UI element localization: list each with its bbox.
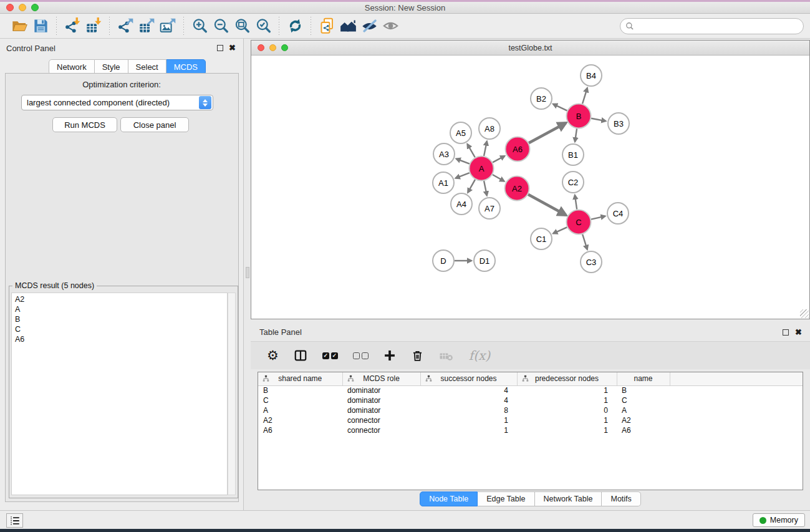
open-file-icon[interactable] bbox=[9, 16, 30, 36]
table-row[interactable]: Adominator80A bbox=[258, 405, 803, 415]
graph-edge-A6-B[interactable] bbox=[529, 123, 566, 143]
mcds-result-item[interactable]: A bbox=[12, 304, 227, 314]
tab-node-table[interactable]: Node Table bbox=[420, 491, 478, 506]
table-cell[interactable]: A bbox=[258, 405, 342, 415]
graph-node-A8[interactable]: A8 bbox=[479, 118, 500, 139]
table-cell[interactable]: 1 bbox=[517, 425, 617, 435]
graph-node-A3[interactable]: A3 bbox=[433, 143, 455, 165]
tab-edge-table[interactable]: Edge Table bbox=[478, 491, 534, 506]
graph-edge-A-A8[interactable] bbox=[484, 142, 487, 156]
delete-column-trash-icon[interactable] bbox=[411, 349, 424, 362]
add-column-icon[interactable] bbox=[383, 349, 396, 362]
table-cell[interactable]: C bbox=[617, 395, 670, 405]
table-cell[interactable]: A6 bbox=[617, 425, 670, 435]
column-header-shared-name[interactable]: shared name bbox=[258, 372, 342, 385]
network-window-titlebar[interactable]: testGlobe.txt bbox=[251, 41, 809, 56]
close-panel-icon[interactable]: ✖ bbox=[229, 43, 236, 52]
zoom-in-icon[interactable] bbox=[189, 16, 210, 36]
column-header-name[interactable]: name bbox=[617, 372, 670, 385]
graph-edge-A-A3[interactable] bbox=[456, 159, 470, 164]
graph-edge-A-A7[interactable] bbox=[484, 181, 487, 195]
close-table-panel-icon[interactable]: ✖ bbox=[795, 327, 802, 337]
table-cell[interactable]: 4 bbox=[420, 385, 517, 395]
network-graph[interactable]: AA1A2A3A4A5A6A7A8BB1B2B3B4CC1C2C3C4DD1 bbox=[251, 56, 809, 319]
graph-node-C2[interactable]: C2 bbox=[562, 172, 584, 193]
table-cell[interactable]: 1 bbox=[420, 415, 517, 425]
import-network-icon[interactable] bbox=[62, 16, 83, 36]
graph-node-B2[interactable]: B2 bbox=[531, 88, 552, 109]
graph-edge-B-B2[interactable] bbox=[553, 104, 567, 110]
graph-node-A4[interactable]: A4 bbox=[451, 193, 472, 215]
search-box[interactable] bbox=[620, 18, 804, 34]
table-row[interactable]: Cdominator41C bbox=[258, 395, 803, 405]
resize-grip-icon[interactable] bbox=[800, 309, 809, 318]
graph-node-A5[interactable]: A5 bbox=[450, 122, 471, 143]
table-cell[interactable]: 8 bbox=[420, 405, 517, 415]
graph-edge-B-B3[interactable] bbox=[591, 118, 605, 121]
mcds-result-item[interactable]: C bbox=[12, 324, 227, 334]
table-cell[interactable]: A2 bbox=[258, 415, 342, 425]
memory-button[interactable]: Memory bbox=[753, 513, 805, 527]
table-cell[interactable]: A2 bbox=[617, 415, 670, 425]
graph-edge-C-C2[interactable] bbox=[575, 195, 577, 210]
graph-node-B3[interactable]: B3 bbox=[608, 113, 629, 134]
graph-node-C4[interactable]: C4 bbox=[607, 203, 629, 224]
graph-node-A[interactable]: A bbox=[470, 157, 494, 181]
table-row[interactable]: Bdominator41B bbox=[258, 385, 803, 395]
table-cell[interactable]: 1 bbox=[517, 385, 617, 395]
graph-edge-A-A1[interactable] bbox=[456, 173, 470, 178]
table-cell[interactable]: 0 bbox=[517, 405, 617, 415]
copy-network-icon[interactable] bbox=[316, 16, 337, 36]
table-cell[interactable]: B bbox=[617, 385, 670, 395]
run-mcds-button[interactable]: Run MCDS bbox=[52, 117, 117, 132]
network-canvas[interactable]: AA1A2A3A4A5A6A7A8BB1B2B3B4CC1C2C3C4DD1 bbox=[251, 56, 809, 319]
task-history-button[interactable] bbox=[6, 513, 23, 528]
table-cell[interactable]: 1 bbox=[517, 415, 617, 425]
graph-node-D1[interactable]: D1 bbox=[474, 250, 495, 271]
graph-edge-A-A5[interactable] bbox=[468, 144, 475, 157]
save-session-icon[interactable] bbox=[30, 16, 51, 36]
graph-edge-A-A4[interactable] bbox=[468, 180, 475, 193]
graph-edge-B-B1[interactable] bbox=[575, 128, 577, 142]
float-table-panel-icon[interactable] bbox=[783, 329, 789, 336]
zoom-out-icon[interactable] bbox=[210, 16, 231, 36]
search-input[interactable] bbox=[634, 20, 803, 32]
float-panel-icon[interactable] bbox=[217, 45, 223, 51]
graph-node-A2[interactable]: A2 bbox=[505, 177, 529, 201]
unselect-all-columns-icon[interactable] bbox=[353, 352, 369, 359]
import-table-icon[interactable] bbox=[83, 16, 104, 36]
graph-node-B1[interactable]: B1 bbox=[562, 144, 584, 165]
refresh-view-icon[interactable] bbox=[284, 16, 306, 36]
table-cell[interactable]: A bbox=[617, 405, 670, 415]
tab-motifs[interactable]: Motifs bbox=[602, 491, 640, 506]
table-cell[interactable]: 1 bbox=[420, 425, 517, 435]
graph-edge-C-C1[interactable] bbox=[553, 227, 567, 233]
table-cell[interactable]: 1 bbox=[517, 395, 617, 405]
export-image-icon[interactable] bbox=[157, 16, 178, 36]
show-columns-icon[interactable] bbox=[294, 349, 307, 362]
table-settings-gear-icon[interactable]: ⚙ bbox=[267, 348, 279, 363]
table-cell[interactable]: connector bbox=[342, 425, 420, 435]
graph-edge-C-C3[interactable] bbox=[582, 235, 587, 249]
table-cell[interactable]: connector bbox=[342, 415, 420, 425]
graph-edge-A-A6[interactable] bbox=[493, 156, 504, 162]
table-cell[interactable]: B bbox=[258, 385, 342, 395]
table-row[interactable]: A2connector11A2 bbox=[258, 415, 803, 425]
graph-edge-A-A2[interactable] bbox=[493, 175, 504, 181]
graph-node-A7[interactable]: A7 bbox=[479, 198, 500, 219]
graph-edge-B-B4[interactable] bbox=[582, 88, 587, 104]
show-eye-icon[interactable] bbox=[380, 16, 401, 36]
select-all-columns-icon[interactable]: ✓✓ bbox=[322, 352, 338, 359]
table-cell[interactable]: A6 bbox=[258, 425, 342, 435]
zoom-fit-icon[interactable] bbox=[231, 16, 253, 36]
close-panel-button[interactable]: Close panel bbox=[120, 117, 189, 132]
panel-splitter-handle[interactable] bbox=[246, 267, 249, 278]
graph-node-B4[interactable]: B4 bbox=[581, 65, 602, 86]
graph-node-A1[interactable]: A1 bbox=[433, 172, 454, 193]
table-cell[interactable]: dominator bbox=[342, 385, 420, 395]
mcds-result-list[interactable]: A2ABCA6 bbox=[11, 293, 228, 495]
column-header-successor-nodes[interactable]: successor nodes bbox=[420, 372, 517, 385]
graph-node-D[interactable]: D bbox=[433, 250, 454, 271]
column-header-MCDS-role[interactable]: MCDS role bbox=[342, 372, 420, 385]
table-cell[interactable]: dominator bbox=[342, 395, 420, 405]
